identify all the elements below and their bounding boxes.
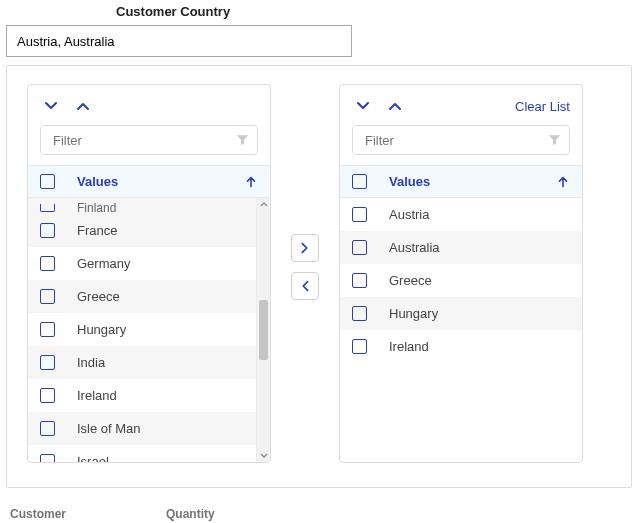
right-expand-button[interactable] [352, 95, 374, 117]
clear-list-button[interactable]: Clear List [515, 99, 570, 114]
available-listbox: Values Finland FranceGermanyGreeceHungar… [27, 84, 271, 463]
item-label: Greece [389, 273, 432, 288]
item-checkbox[interactable] [40, 355, 55, 370]
list-item[interactable]: Finland [28, 198, 270, 214]
item-label: Hungary [77, 322, 126, 337]
list-item[interactable]: Austria [340, 198, 582, 231]
chevron-right-icon [298, 241, 312, 255]
item-label: France [77, 223, 117, 238]
item-checkbox[interactable] [352, 273, 367, 288]
list-item[interactable]: Israel [28, 445, 270, 462]
item-checkbox[interactable] [352, 207, 367, 222]
item-label: Ireland [389, 339, 429, 354]
left-collapse-button[interactable] [72, 95, 94, 117]
move-right-button[interactable] [291, 234, 319, 262]
item-label: Isle of Man [77, 421, 141, 436]
chevron-up-icon [387, 98, 403, 114]
list-item[interactable]: Greece [28, 280, 270, 313]
left-select-all-checkbox[interactable] [40, 174, 55, 189]
chevron-down-icon [355, 98, 371, 114]
scroll-down-icon[interactable] [257, 448, 270, 462]
left-header-row[interactable]: Values [28, 165, 270, 198]
right-rows: AustriaAustraliaGreeceHungaryIreland [340, 198, 582, 462]
list-item[interactable]: France [28, 214, 270, 247]
right-select-all-checkbox[interactable] [352, 174, 367, 189]
item-label: Israel [77, 454, 109, 462]
item-checkbox[interactable] [40, 223, 55, 238]
sort-asc-icon[interactable] [556, 175, 570, 189]
right-header-row[interactable]: Values [340, 165, 582, 198]
item-checkbox[interactable] [40, 256, 55, 271]
left-filter-input[interactable] [40, 125, 258, 155]
filter-icon [235, 133, 250, 148]
list-item[interactable]: Isle of Man [28, 412, 270, 445]
item-label: Ireland [77, 388, 117, 403]
item-checkbox[interactable] [40, 421, 55, 436]
item-label: Australia [389, 240, 440, 255]
item-checkbox[interactable] [40, 204, 55, 212]
list-item[interactable]: Ireland [28, 379, 270, 412]
scroll-thumb[interactable] [259, 300, 268, 360]
item-checkbox[interactable] [40, 454, 55, 462]
selected-listbox: Clear List Values AustriaAustraliaGreece… [339, 84, 583, 463]
move-left-button[interactable] [291, 272, 319, 300]
list-item[interactable]: Australia [340, 231, 582, 264]
list-item[interactable]: Ireland [340, 330, 582, 363]
list-item[interactable]: Germany [28, 247, 270, 280]
filter-icon [547, 133, 562, 148]
scroll-up-icon[interactable] [257, 198, 270, 212]
right-collapse-button[interactable] [384, 95, 406, 117]
item-label: Greece [77, 289, 120, 304]
item-checkbox[interactable] [352, 339, 367, 354]
item-label: Austria [389, 207, 429, 222]
item-label: India [77, 355, 105, 370]
left-expand-button[interactable] [40, 95, 62, 117]
dual-list-panel: Values Finland FranceGermanyGreeceHungar… [6, 65, 632, 488]
item-checkbox[interactable] [352, 306, 367, 321]
right-filter-input[interactable] [352, 125, 570, 155]
chevron-up-icon [75, 98, 91, 114]
chevron-left-icon [298, 279, 312, 293]
item-checkbox[interactable] [40, 322, 55, 337]
left-rows: Finland FranceGermanyGreeceHungaryIndiaI… [28, 198, 270, 462]
item-checkbox[interactable] [40, 388, 55, 403]
field-label: Customer Country [116, 4, 632, 19]
item-label: Finland [77, 204, 116, 212]
obscured-footer: CustomerQuantity [10, 507, 215, 521]
list-item[interactable]: Hungary [28, 313, 270, 346]
selected-values-input[interactable] [6, 25, 352, 57]
chevron-down-icon [43, 98, 59, 114]
item-label: Germany [77, 256, 130, 271]
right-header-label: Values [389, 174, 556, 189]
left-scrollbar[interactable] [256, 198, 270, 462]
list-item[interactable]: Hungary [340, 297, 582, 330]
item-checkbox[interactable] [40, 289, 55, 304]
item-label: Hungary [389, 306, 438, 321]
list-item[interactable]: Greece [340, 264, 582, 297]
list-item[interactable]: India [28, 346, 270, 379]
sort-asc-icon[interactable] [244, 175, 258, 189]
left-header-label: Values [77, 174, 244, 189]
item-checkbox[interactable] [352, 240, 367, 255]
